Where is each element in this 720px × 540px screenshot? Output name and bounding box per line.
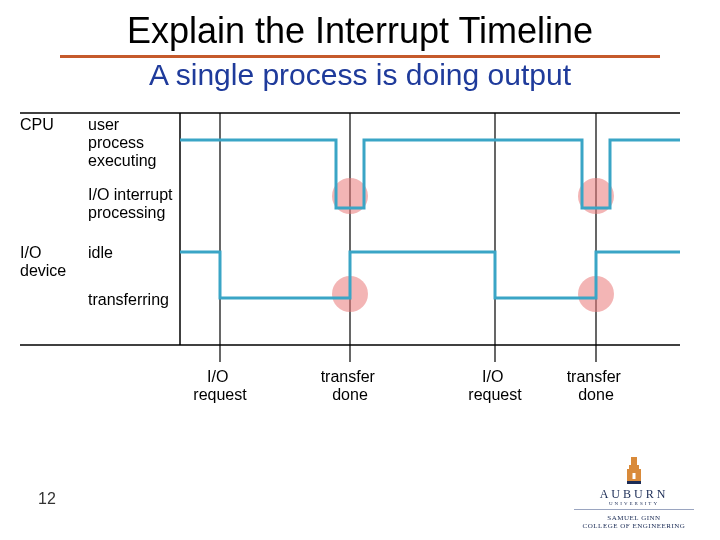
highlight-circles [332,178,614,312]
svg-rect-0 [631,457,637,465]
page-number: 12 [38,490,56,508]
label-cpu: CPU [20,116,54,133]
evt-label-io-request-1: I/O request [193,368,247,403]
college-name: SAMUEL GINN COLLEGE OF ENGINEERING [574,514,694,530]
evt-label-transfer-done-1: transfer done [321,368,380,403]
svg-rect-1 [629,465,639,469]
interrupt-timeline-diagram: CPU I/O device user process executing I/… [20,110,680,450]
university-word: UNIVERSITY [574,501,694,506]
label-io-interrupt: I/O interrupt processing [88,186,177,221]
label-idle: idle [88,244,113,261]
svg-rect-3 [627,481,641,484]
label-user-process: user process executing [88,116,157,169]
evt-label-transfer-done-2: transfer done [567,368,626,403]
university-name: AUBURN [574,487,694,502]
footer-rule [574,509,694,510]
evt-label-io-request-2: I/O request [468,368,522,403]
slide: Explain the Interrupt Timeline A single … [0,0,720,540]
auburn-tower-icon [623,455,645,485]
footer-logo: AUBURN UNIVERSITY SAMUEL GINN COLLEGE OF… [574,455,694,530]
diagram-svg: CPU I/O device user process executing I/… [20,110,680,450]
slide-title: Explain the Interrupt Timeline [0,10,720,52]
slide-subtitle: A single process is doing output [0,58,720,92]
label-transferring: transferring [88,291,169,308]
label-io-device: I/O device [20,244,66,279]
svg-rect-4 [633,473,636,479]
